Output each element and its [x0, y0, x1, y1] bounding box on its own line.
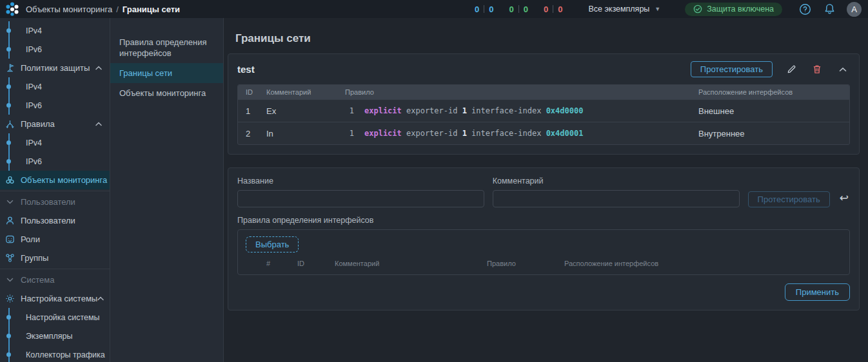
protection-status-badge: Защита включена [685, 3, 782, 16]
collapse-chevron-up-icon[interactable] [836, 62, 850, 77]
sidebar-item-label: Экземпляры [26, 332, 73, 341]
rule-line-number: 1 [345, 129, 354, 138]
new-boundary-form-card: Название Комментарий Протестировать ↩ Пр… [228, 167, 860, 310]
sidebar-item-nastroyka-sistemy[interactable]: Настройка системы [0, 289, 110, 308]
sidebar-item-label: IPv6 [26, 157, 42, 166]
table-row[interactable]: 2 In 1 explicit exporter-id 1 interface-… [238, 122, 849, 144]
rule-line-number: 1 [345, 106, 354, 115]
sidebar-item-ipv6[interactable]: IPv6 [0, 152, 110, 171]
sidebar-item-polzovateli[interactable]: Пользователи [0, 211, 110, 230]
cell-rule: 1 explicit exporter-id 1 interface-index… [345, 129, 698, 138]
counter-green: 0 0 [509, 5, 528, 14]
cell-id: 2 [238, 129, 266, 138]
status-counters: 0 0 0 0 0 0 [475, 5, 562, 14]
sidebar-item-label: Коллекторы трафика [26, 350, 105, 359]
sidebar-item-label: IPv4 [26, 26, 42, 35]
sidebar-item-ipv4[interactable]: IPv4 [0, 133, 110, 152]
cell-comment: Ex [266, 106, 345, 116]
test-button[interactable]: Протестировать [691, 61, 773, 77]
sidebar-item-pravila[interactable]: Правила [0, 115, 110, 133]
subnav-item-pravila-opredeleniya-interfeysov[interactable]: Правила определения интерфейсов [110, 32, 223, 63]
rule-param: interface-index [471, 129, 541, 138]
sidebar-item-label: IPv4 [26, 82, 42, 91]
col-header-rule: Правило [487, 260, 564, 267]
tree-dot-icon [6, 334, 11, 338]
notifications-bell-button[interactable] [822, 2, 836, 16]
chevron-up-icon [95, 66, 102, 70]
col-header-location: Расположение интерфейсов [698, 88, 849, 96]
breadcrumb-separator: / [116, 5, 119, 14]
test-button-disabled[interactable]: Протестировать [748, 191, 830, 207]
delete-trash-icon[interactable] [810, 62, 824, 77]
cell-location: Внутреннее [698, 129, 849, 138]
breadcrumb-parent[interactable]: Объекты мониторинга [26, 5, 112, 14]
monitoring-objects-icon [4, 175, 15, 185]
sidebar-divider [0, 191, 110, 191]
col-header-comment: Комментарий [335, 260, 487, 267]
page-title: Границы сети [235, 32, 860, 45]
tree-dot-icon [6, 159, 11, 164]
apply-button[interactable]: Применить [785, 283, 850, 301]
rule-code: 1 explicit exporter-id 1 interface-index… [345, 106, 588, 115]
sidebar-item-politiki-zashchity[interactable]: Политики защиты [0, 59, 110, 77]
name-input[interactable] [237, 190, 484, 207]
rule-hex-value: 0x4d0001 [546, 129, 584, 138]
subnav-item-granitsy-seti[interactable]: Границы сети [110, 63, 223, 83]
rule-hex-value: 0x4d0000 [546, 106, 584, 115]
sidebar-item-gruppy[interactable]: Группы [0, 249, 110, 267]
help-button[interactable] [798, 2, 812, 16]
sidebar-item-kollektory-trafika[interactable]: Коллекторы трафика [0, 345, 110, 362]
sidebar-item-roli[interactable]: Роли [0, 230, 110, 249]
user-icon [4, 216, 15, 225]
rules-picker-box: Выбрать # ID Комментарий Правило Располо… [237, 229, 850, 275]
tree-dot-icon [6, 47, 11, 52]
counter-green-right: 0 [524, 5, 528, 14]
col-header-location: Расположение интерфейсов [564, 260, 849, 267]
sidebar-item-ipv6[interactable]: IPv6 [0, 96, 110, 115]
comment-input[interactable] [493, 190, 740, 207]
rule-param: exporter-id [406, 129, 457, 138]
col-header-number: # [266, 260, 297, 267]
tree-dot-icon [6, 315, 11, 319]
breadcrumb: Объекты мониторинга / Границы сети [26, 5, 180, 14]
chevron-up-icon [95, 122, 102, 126]
sidebar-item-label: Пользователи [21, 216, 75, 225]
counter-blue-left: 0 [475, 5, 479, 14]
sidebar-item-label: IPv6 [26, 101, 42, 110]
cell-location: Внешнее [698, 106, 849, 116]
network-boundary-card: test Протестировать ID [228, 53, 860, 155]
sidebar-item-ekzemplyary[interactable]: Экземпляры [0, 327, 110, 345]
sidebar-section-polzovateli[interactable]: Пользователи [0, 193, 110, 211]
chevron-up-icon [97, 296, 104, 301]
topbar: Объекты мониторинга / Границы сети 0 0 0… [0, 0, 868, 18]
sidebar-divider [0, 269, 110, 269]
sidebar-item-label: Группы [21, 253, 48, 263]
sidebar-item-ipv6[interactable]: IPv6 [0, 40, 110, 59]
tree-dot-icon [6, 140, 11, 145]
select-rules-button[interactable]: Выбрать [246, 236, 299, 252]
col-header-id: ID [297, 260, 335, 267]
sidebar-item-obekty-monitoringa[interactable]: Объекты мониторинга [0, 171, 110, 189]
sidebar-item-label: Настройка системы [21, 294, 97, 303]
table-row[interactable]: 1 Ex 1 explicit exporter-id 1 interface-… [238, 99, 849, 122]
tree-dot-icon [6, 28, 11, 33]
policy-icon [4, 63, 15, 73]
cell-rule: 1 explicit exporter-id 1 interface-index… [345, 106, 698, 115]
sidebar-section-label: Система [21, 275, 54, 285]
sidebar-section-sistema[interactable]: Система [0, 271, 110, 289]
edit-pencil-icon[interactable] [784, 62, 798, 77]
sidebar-item-nastroyka-sistemy-sub[interactable]: Настройка системы [0, 308, 110, 327]
comment-field-label: Комментарий [493, 176, 740, 186]
subnav-item-obekty-monitoringa[interactable]: Объекты мониторинга [110, 83, 223, 103]
counter-red-right: 0 [558, 5, 562, 14]
undo-icon[interactable]: ↩ [838, 191, 850, 207]
roles-mask-icon [4, 234, 15, 244]
avatar[interactable]: A [847, 2, 862, 17]
app-logo-icon[interactable] [5, 2, 19, 16]
sidebar-item-ipv4[interactable]: IPv4 [0, 77, 110, 96]
counter-divider [553, 5, 553, 13]
cell-comment: In [266, 129, 345, 138]
sidebar-item-ipv4[interactable]: IPv4 [0, 21, 110, 40]
col-header-comment: Комментарий [266, 88, 345, 96]
instances-dropdown[interactable]: Все экземпляры ▼ [588, 5, 660, 14]
